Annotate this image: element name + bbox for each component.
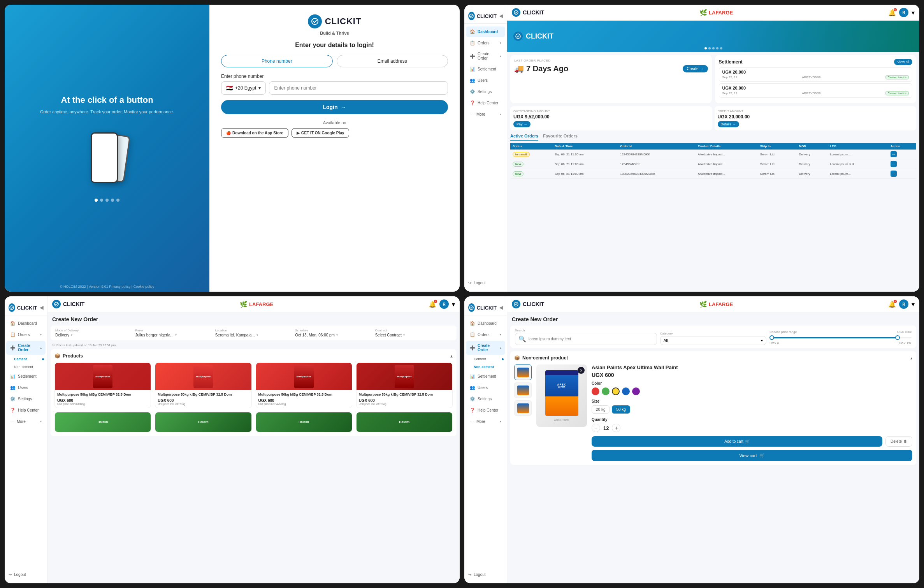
thumb-3[interactable] [514,400,532,416]
phone-input[interactable] [269,81,448,95]
view-cart-button[interactable]: View cart 🛒 [592,450,912,461]
product-card-3[interactable]: Multipurpose Multipurpose 50kg kfBg CEMI… [256,363,352,408]
sidebar-item-more[interactable]: ⋯ More ▾ [466,109,505,120]
swatch-blue[interactable] [622,387,630,395]
product-card-8[interactable]: Holcim [356,412,453,432]
order-sidebar-settlement[interactable]: 📊 Settlement [6,371,46,382]
nc-sidebar-logout[interactable]: ↪ Logout [464,570,507,579]
app-store-badge[interactable]: 🍎 Download on the App Store [221,128,288,138]
noncement-page-title: Create New Order [507,312,919,322]
order-sidebar-create[interactable]: ➕ Create Order ▴ [6,341,46,355]
view-all-button[interactable]: View all [894,59,912,65]
size-20kg[interactable]: 20 kg [592,405,610,414]
swatch-green[interactable] [602,387,610,395]
swatch-purple[interactable] [632,387,640,395]
products-collapse-icon[interactable]: ▴ [450,353,453,359]
action-icon-2[interactable]: ⋯ [891,161,897,167]
order-notif[interactable]: 🔔 9 [429,301,436,308]
sidebar-item-create-order[interactable]: ➕ Create Order ▾ [466,49,505,63]
add-to-cart-button[interactable]: Add to cart 🛒 [592,436,882,447]
section-collapse-btn[interactable]: ▴ [910,356,912,360]
nc-sidebar-orders[interactable]: 📋 Orders ▾ [466,329,505,340]
category-selector[interactable]: All ▾ [660,336,767,345]
tab-active-orders[interactable]: Active Orders [510,134,538,141]
product-card-6[interactable]: Holcim [155,412,251,432]
details-button[interactable]: Details → [718,121,740,127]
sidebar-item-settlement[interactable]: 📊 Settlement [466,64,505,74]
order-sidebar-dashboard[interactable]: 🏠 Dashboard [6,318,46,329]
user-avatar[interactable]: R [899,8,908,17]
order-sidebar-logout[interactable]: ↪ Logout [5,570,47,579]
nc-sub-noncement[interactable]: Non-cement [470,363,507,371]
noncement-sidebar-close[interactable]: ◀ [499,305,503,310]
mode-value[interactable]: Delivery ▾ [55,333,132,337]
product-card-7[interactable]: Holcim [256,412,352,432]
nc-notif[interactable]: 🔔 9 [888,301,896,308]
qty-decrease-btn[interactable]: − [592,424,600,432]
nc-sidebar-more[interactable]: ⋯ More ▾ [466,416,505,427]
action-icon-3[interactable]: ⋯ [891,171,897,177]
pay-button[interactable]: Pay → [513,121,531,127]
sidebar-item-settings[interactable]: ⚙️ Settings [466,86,505,97]
panel-login: At the click of a button Order anytime, … [5,5,460,292]
google-play-badge[interactable]: ▶ GET IT ON Google Play [292,128,350,138]
order-user-avatar[interactable]: R [439,299,449,309]
nc-sidebar-dashboard[interactable]: 🏠 Dashboard [466,318,505,329]
nc-user-avatar[interactable]: R [899,299,908,309]
contract-value[interactable]: Select Contract ▾ [375,333,452,337]
nc-sidebar-create[interactable]: ➕ Create Order ▴ [466,341,505,355]
order-sidebar-more[interactable]: ⋯ More ▾ [6,416,46,427]
order-sidebar-users[interactable]: 👥 Users [6,382,46,393]
sidebar-label-settings: Settings [478,90,492,94]
sidebar-close-icon[interactable]: ◀ [499,13,503,19]
sidebar-item-users[interactable]: 👥 Users [466,75,505,86]
product-card-2[interactable]: Multipurpose Multipurpose 50kg kfBg CEMI… [155,363,251,408]
size-50kg[interactable]: 50 kg [612,405,630,414]
sub-noncement[interactable]: Non-cement [10,363,47,371]
nc-sub-cement[interactable]: Cement [470,355,507,363]
thumb-2[interactable] [514,382,532,398]
qty-increase-btn[interactable]: + [612,424,620,432]
nc-sidebar-settlement[interactable]: 📊 Settlement [466,371,505,382]
order-sidebar-settings[interactable]: ⚙️ Settings [6,394,46,404]
search-input[interactable] [529,337,653,341]
sidebar-item-dashboard[interactable]: 🏠 Dashboard [466,26,505,37]
sidebar-item-orders[interactable]: 📋 Orders ▾ [466,38,505,48]
product-card-5[interactable]: Holcim [54,412,151,432]
dashboard-icon: 🏠 [470,29,475,34]
close-product-button[interactable]: ✕ [578,367,585,374]
nc-dash-icon: 🏠 [470,321,475,326]
order-header-right: 🔔 9 R ▾ [429,299,455,309]
nc-sidebar-help[interactable]: ❓ Help Center [466,405,505,415]
create-order-button[interactable]: Create → [683,65,708,72]
country-selector[interactable]: 🇪🇬 +20 Egypt ▾ [221,81,266,95]
login-button[interactable]: Login → [221,100,448,114]
thumb-1[interactable] [514,364,532,380]
swatch-yellow[interactable] [612,387,620,395]
order-sidebar-close[interactable]: ◀ [40,305,43,310]
sub-cement[interactable]: Cement [10,355,47,363]
sidebar-logout[interactable]: ↪ Logout [464,278,507,288]
notification-button[interactable]: 🔔 9 [888,9,896,16]
range-thumb-left[interactable] [769,335,774,340]
range-thumb-right[interactable] [895,335,900,340]
nc-sidebar-users[interactable]: 👥 Users [466,382,505,393]
brand-name: APEX [557,383,566,386]
order-sidebar-help[interactable]: ❓ Help Center [6,405,46,415]
sidebar-item-help[interactable]: ❓ Help Center [466,98,505,108]
location-value[interactable]: Seroma ltd. Kampala... ▾ [215,333,292,337]
payer-value[interactable]: Julius berger nigeria... ▾ [135,333,212,337]
product-card-1[interactable]: Multipurpose Multipurpose 50kg kfBg CEMI… [54,363,151,408]
delete-button[interactable]: Delete 🗑 [885,436,912,447]
action-icon-1[interactable]: ⋯ [891,151,897,157]
order-orders-label: Orders [18,333,30,337]
tab-favourite-orders[interactable]: Favourite Orders [543,134,578,141]
swatch-red[interactable] [592,387,599,395]
order-sidebar-orders[interactable]: 📋 Orders ▾ [6,329,46,340]
schedule-value[interactable]: Oct 13, Mon, 06:00 pm ▾ [295,333,372,337]
tab-email[interactable]: Email address [337,55,448,67]
product-card-4[interactable]: Multipurpose Multipurpose 50kg kfBg CEMI… [356,363,453,408]
nc-sidebar-settings[interactable]: ⚙️ Settings [466,394,505,404]
tab-phone[interactable]: Phone number [221,55,332,67]
banner-carousel-dots [704,47,722,49]
